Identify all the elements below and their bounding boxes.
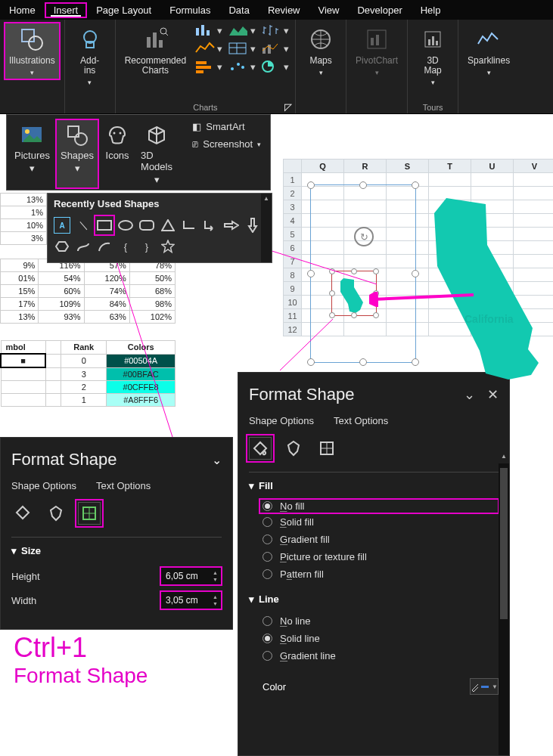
panel-scrollbar[interactable] xyxy=(499,463,509,755)
height-input[interactable]: ▲▼ xyxy=(160,567,222,585)
radio-no-fill[interactable]: No fill xyxy=(259,499,499,513)
cat-fill-icon[interactable] xyxy=(249,437,272,460)
svg-rect-34 xyxy=(98,221,111,230)
cat-size-icon[interactable] xyxy=(315,437,338,460)
menu-formulas[interactable]: Formulas xyxy=(160,2,219,18)
illu-3dmodels[interactable]: 3D Models▾ xyxy=(136,119,177,188)
shape-textbox-icon[interactable]: A xyxy=(54,217,70,234)
shape-bracer-icon[interactable]: } xyxy=(138,238,155,255)
svg-point-1 xyxy=(29,36,42,50)
radio-pattern-fill[interactable]: Pattern fill xyxy=(263,565,499,583)
ribbon-sparklines-label: Sparklines xyxy=(468,56,510,66)
cat-effects-icon[interactable] xyxy=(45,502,67,525)
format-shape-panel-fill: Format Shape ⌄ ✕ Shape Options Text Opti… xyxy=(238,372,510,756)
radio-picture-fill[interactable]: Picture or texture fill xyxy=(263,548,499,565)
shape-downarrow-icon[interactable] xyxy=(244,217,261,234)
shape-rightarrow-icon[interactable] xyxy=(223,217,240,234)
ribbon-sparklines[interactable]: Sparklines▾ xyxy=(463,23,514,79)
ribbon-illustrations[interactable]: Illustrations ▾ xyxy=(5,23,60,79)
svg-rect-10 xyxy=(207,30,210,36)
radio-no-line[interactable]: No line xyxy=(263,612,499,630)
chart-stock-button[interactable]: ▾ xyxy=(259,23,290,38)
ribbon-addins[interactable]: Add- ins ▾ xyxy=(70,23,110,89)
format-shape-title: Format Shape xyxy=(249,385,354,404)
radio-solid-line[interactable]: Solid line xyxy=(263,630,499,647)
dialog-launcher-icon[interactable]: ◸ xyxy=(283,101,294,112)
ribbon-maps[interactable]: Maps▾ xyxy=(300,23,341,79)
california-shape-large xyxy=(431,194,545,383)
chevron-down-icon[interactable]: ▾ xyxy=(249,480,254,491)
menu-insert[interactable]: Insert xyxy=(45,2,88,18)
menu-home[interactable]: Home xyxy=(0,2,45,18)
tab-shape-options[interactable]: Shape Options xyxy=(11,480,76,491)
chart-column-button[interactable]: ▾ xyxy=(192,23,224,38)
cube-icon xyxy=(144,122,169,148)
svg-rect-5 xyxy=(153,33,157,48)
cat-effects-icon[interactable] xyxy=(282,437,305,460)
screenshot-icon: ⎚ xyxy=(192,138,198,150)
cat-fill-icon[interactable] xyxy=(11,502,34,525)
ribbon: Illustrations ▾ Add- ins ▾ Recommended C… xyxy=(0,20,553,114)
section-fill-label: Fill xyxy=(259,480,273,491)
tab-text-options[interactable]: Text Options xyxy=(334,415,388,426)
chevron-down-icon[interactable]: ▾ xyxy=(249,593,254,605)
addins-icon xyxy=(76,26,104,53)
tab-text-options[interactable]: Text Options xyxy=(96,480,151,491)
radio-gradient-fill[interactable]: Gradient fill xyxy=(263,531,499,548)
label-width: Width xyxy=(11,595,36,606)
chevron-down-icon[interactable]: ⌄ xyxy=(212,453,222,467)
chevron-down-icon[interactable]: ▾ xyxy=(11,545,17,556)
tab-shape-options[interactable]: Shape Options xyxy=(249,415,314,426)
shape-elbowarrow-icon[interactable] xyxy=(202,217,219,234)
shape-roundrect-icon[interactable] xyxy=(138,217,155,234)
shape-elbow-icon[interactable] xyxy=(181,217,197,234)
shape-bracel-icon[interactable]: { xyxy=(117,238,134,255)
radio-gradient-line[interactable]: Gradient line xyxy=(263,647,499,665)
menu-help[interactable]: Help xyxy=(412,2,450,18)
shapes-icon xyxy=(64,122,90,148)
line-color-button[interactable]: ▼ xyxy=(470,678,499,695)
svg-point-16 xyxy=(237,63,240,66)
chart-bar-button[interactable]: ▾ xyxy=(192,59,224,74)
sheet-fragment-left: 13%1%10%3% xyxy=(0,193,47,245)
rotate-handle-icon[interactable]: ↻ xyxy=(354,227,374,246)
ribbon-pivotchart[interactable]: PivotChart▾ xyxy=(351,23,402,79)
chart-area-button[interactable]: ▾ xyxy=(225,23,257,38)
menu-pagelayout[interactable]: Page Layout xyxy=(87,2,160,18)
illu-icons[interactable]: Icons xyxy=(100,119,135,188)
chart-combo-button[interactable]: ▾ xyxy=(259,41,290,56)
close-icon[interactable]: ✕ xyxy=(487,386,499,403)
menu-review[interactable]: Review xyxy=(259,2,309,18)
recent-scrollbar[interactable] xyxy=(261,194,272,262)
shape-rectangle-icon[interactable] xyxy=(96,217,113,234)
illu-shapes[interactable]: Shapes▾ xyxy=(56,119,98,188)
width-input[interactable]: ▲▼ xyxy=(160,591,222,609)
chevron-down-icon: ▾ xyxy=(30,69,34,76)
chart-map-button[interactable]: ▾ xyxy=(225,41,257,56)
chevron-down-icon[interactable]: ⌄ xyxy=(464,386,475,403)
chart-pie-button[interactable]: ▾ xyxy=(259,59,290,74)
ribbon-addins-label: Add- ins xyxy=(80,56,99,76)
ribbon-3dmap[interactable]: 3D Map▾ xyxy=(412,23,453,89)
shape-arc-icon[interactable] xyxy=(96,238,113,255)
radio-solid-fill[interactable]: Solid fill xyxy=(263,513,499,531)
chevron-down-icon: ▾ xyxy=(88,79,92,86)
menu-data[interactable]: Data xyxy=(219,2,258,18)
menu-view[interactable]: View xyxy=(309,2,349,18)
shape-oval-icon[interactable] xyxy=(117,217,134,234)
shape-star-icon[interactable] xyxy=(160,238,176,255)
shape-hexagon-icon[interactable] xyxy=(54,238,70,255)
menu-developer[interactable]: Developer xyxy=(348,2,411,18)
chart-line-button[interactable]: ▾ xyxy=(192,41,224,56)
illu-pictures[interactable]: Pictures▾ xyxy=(10,119,54,188)
cat-size-icon[interactable] xyxy=(78,502,101,525)
shape-triangle-icon[interactable] xyxy=(160,217,176,234)
smartart-icon: ◧ xyxy=(192,121,201,132)
chart-scatter-button[interactable]: ▾ xyxy=(225,59,257,74)
illu-smartart[interactable]: ◧SmartArt xyxy=(188,119,266,134)
shape-line-icon[interactable]: ＼ xyxy=(75,217,92,234)
illu-screenshot[interactable]: ⎚Screenshot▾ xyxy=(188,137,266,151)
svg-point-31 xyxy=(75,133,87,145)
ribbon-recommended-charts[interactable]: Recommended Charts xyxy=(120,23,191,79)
shape-freeform-icon[interactable] xyxy=(75,238,92,255)
